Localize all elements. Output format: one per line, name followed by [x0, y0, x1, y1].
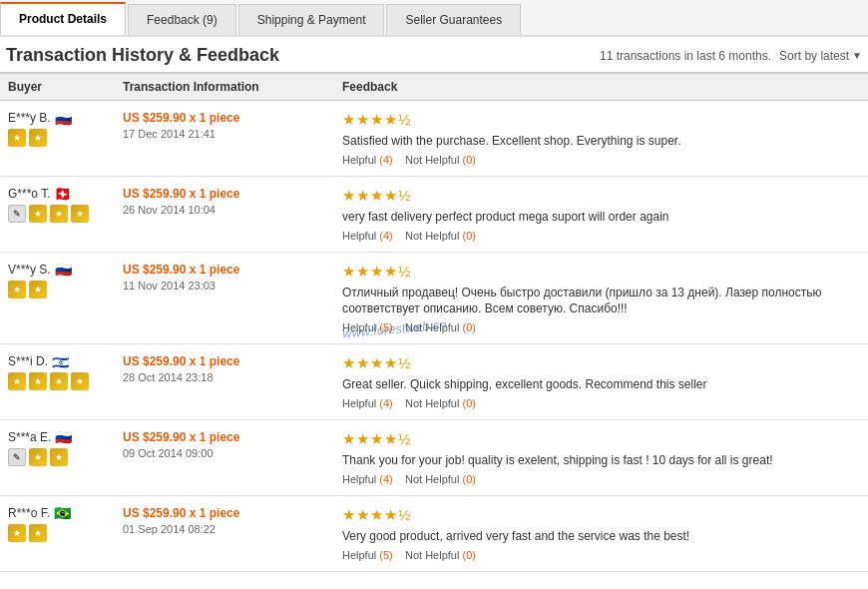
transaction-cell: US $259.90 x 1 piece 26 Nov 2014 10:04 — [115, 176, 334, 252]
table-header-row: Buyer Transaction Information Feedback — [0, 74, 868, 101]
transaction-count: 11 transactions in last 6 months. — [600, 49, 771, 63]
gold-badge: ★ — [29, 448, 47, 466]
table-row: E***y B. 🇷🇺 ★★ US $259.90 x 1 piece 17 D… — [0, 101, 868, 177]
buyer-flag-icon: 🇧🇷 — [54, 506, 74, 519]
transaction-cell: US $259.90 x 1 piece 01 Sep 2014 08:22 — [115, 495, 334, 571]
buyer-name: R***o F. 🇧🇷 — [8, 506, 107, 520]
helpful-row: Helpful (4) Not Helpful (0) — [342, 397, 860, 409]
gold-badge: ★ — [8, 129, 26, 147]
feedback-text: Отличный продавец! Очень быстро доставил… — [342, 285, 860, 318]
buyer-name: V***y S. 🇷🇺 — [8, 263, 107, 277]
helpful-row: Helpful (4) Not Helpful (0) — [342, 230, 860, 242]
not-helpful-label: Not Helpful — [405, 473, 462, 485]
gold-badge: ★ — [29, 524, 47, 542]
transaction-cell: US $259.90 x 1 piece 11 Nov 2014 23:03 — [115, 252, 334, 344]
helpful-count[interactable]: (4) — [379, 154, 392, 166]
buyer-username: S***i D. — [8, 354, 48, 368]
buyer-cell: G***o T. 🇨🇭 ✎★★★ — [0, 176, 115, 252]
gold-badge: ★ — [29, 129, 47, 147]
helpful-label: Helpful — [342, 154, 379, 166]
helpful-count[interactable]: (4) — [379, 230, 392, 242]
helpful-label: Helpful — [342, 230, 379, 242]
feedback-text: Thank you for your job! quality is exele… — [342, 452, 860, 469]
helpful-label: Helpful — [342, 397, 379, 409]
buyer-cell: S***a E. 🇷🇺 ✎★★ — [0, 419, 115, 495]
helpful-label: Helpful — [342, 549, 379, 561]
not-helpful-count[interactable]: (0) — [462, 154, 475, 166]
sort-button[interactable]: Sort by latest ▼ — [779, 49, 862, 63]
buyer-cell: S***i D. 🇮🇱 ★★★★ — [0, 344, 115, 420]
helpful-count[interactable]: (5) — [379, 321, 392, 333]
buyer-badges: ★★ — [8, 281, 107, 298]
buyer-flag-icon: 🇷🇺 — [55, 112, 75, 125]
feedback-cell: ★★★★½ Thank you for your job! quality is… — [334, 419, 868, 495]
feedback-meta: 11 transactions in last 6 months. Sort b… — [600, 49, 862, 63]
feedback-stars: ★★★★½ — [342, 263, 860, 281]
not-helpful-label: Not Helpful — [405, 397, 462, 409]
helpful-count[interactable]: (4) — [379, 397, 392, 409]
helpful-row: Helpful (4) Not Helpful (0) — [342, 154, 860, 166]
buyer-badges: ✎★★★ — [8, 205, 107, 223]
feedback-text: Very good product, arrived very fast and… — [342, 528, 860, 545]
tab-bar: Product Details Feedback (9) Shipping & … — [0, 0, 868, 37]
transaction-price: US $259.90 x 1 piece — [123, 263, 326, 277]
gold-badge: ★ — [8, 524, 26, 542]
gold-badge: ★ — [8, 372, 26, 390]
helpful-count[interactable]: (5) — [379, 549, 392, 561]
not-helpful-count[interactable]: (0) — [462, 230, 475, 242]
not-helpful-label: Not Helpful — [405, 549, 462, 561]
transaction-price: US $259.90 x 1 piece — [123, 354, 326, 368]
feedback-stars: ★★★★½ — [342, 354, 860, 372]
buyer-username: R***o F. — [8, 506, 50, 520]
helpful-row: Helpful (5) Not Helpful (0) — [342, 321, 860, 333]
transaction-cell: US $259.90 x 1 piece 28 Oct 2014 23:18 — [115, 344, 334, 420]
col-header-feedback: Feedback — [334, 74, 868, 101]
not-helpful-label: Not Helpful — [405, 321, 462, 333]
not-helpful-count[interactable]: (0) — [462, 397, 475, 409]
not-helpful-label: Not Helpful — [405, 154, 462, 166]
buyer-name: G***o T. 🇨🇭 — [8, 187, 107, 201]
transaction-date: 09 Oct 2014 09:00 — [123, 447, 326, 459]
feedback-cell: ★★★★½ Отличный продавец! Очень быстро до… — [334, 252, 868, 344]
buyer-flag-icon: 🇮🇱 — [52, 355, 72, 368]
buyer-cell: R***o F. 🇧🇷 ★★ — [0, 495, 115, 571]
helpful-count[interactable]: (4) — [379, 473, 392, 485]
not-helpful-count[interactable]: (0) — [462, 321, 475, 333]
transaction-date: 01 Sep 2014 08:22 — [123, 523, 326, 535]
feedback-cell: ★★★★½ Very good product, arrived very fa… — [334, 495, 868, 571]
not-helpful-count[interactable]: (0) — [462, 549, 475, 561]
sort-label: Sort by latest — [779, 49, 849, 63]
helpful-row: Helpful (4) Not Helpful (0) — [342, 473, 860, 485]
feedback-stars: ★★★★½ — [342, 111, 860, 129]
tab-seller-guarantees[interactable]: Seller Guarantees — [386, 4, 521, 35]
edit-badge-icon: ✎ — [8, 448, 26, 466]
page-title: Transaction History & Feedback — [6, 45, 279, 66]
feedback-cell: ★★★★½ Satisfied with the purchase. Excel… — [334, 101, 868, 177]
sort-arrow-icon: ▼ — [852, 50, 862, 61]
buyer-username: G***o T. — [8, 187, 50, 201]
table-row: V***y S. 🇷🇺 ★★ US $259.90 x 1 piece 11 N… — [0, 252, 868, 344]
transaction-price: US $259.90 x 1 piece — [123, 111, 326, 125]
not-helpful-label: Not Helpful — [405, 230, 462, 242]
buyer-badges: ✎★★ — [8, 448, 107, 466]
feedback-header: Transaction History & Feedback 11 transa… — [0, 37, 868, 73]
transaction-cell: US $259.90 x 1 piece 17 Dec 2014 21:41 — [115, 101, 334, 177]
buyer-flag-icon: 🇷🇺 — [55, 263, 75, 276]
buyer-badges: ★★★★ — [8, 372, 107, 390]
transaction-price: US $259.90 x 1 piece — [123, 187, 326, 201]
tab-product-details[interactable]: Product Details — [0, 2, 126, 35]
gold-badge: ★ — [8, 281, 26, 298]
col-header-transaction: Transaction Information — [115, 74, 334, 101]
feedback-text: Satisfied with the purchase. Excellent s… — [342, 133, 860, 150]
tab-feedback[interactable]: Feedback (9) — [128, 4, 236, 35]
feedback-stars: ★★★★½ — [342, 506, 860, 524]
helpful-label: Helpful — [342, 473, 379, 485]
gold-badge: ★ — [50, 205, 68, 223]
not-helpful-count[interactable]: (0) — [462, 473, 475, 485]
tabs-container: Product Details Feedback (9) Shipping & … — [0, 0, 868, 37]
buyer-badges: ★★ — [8, 524, 107, 542]
tab-shipping[interactable]: Shipping & Payment — [238, 4, 385, 35]
table-row: G***o T. 🇨🇭 ✎★★★ US $259.90 x 1 piece 26… — [0, 176, 868, 252]
buyer-flag-icon: 🇨🇭 — [54, 187, 74, 200]
gold-badge: ★ — [71, 205, 89, 223]
